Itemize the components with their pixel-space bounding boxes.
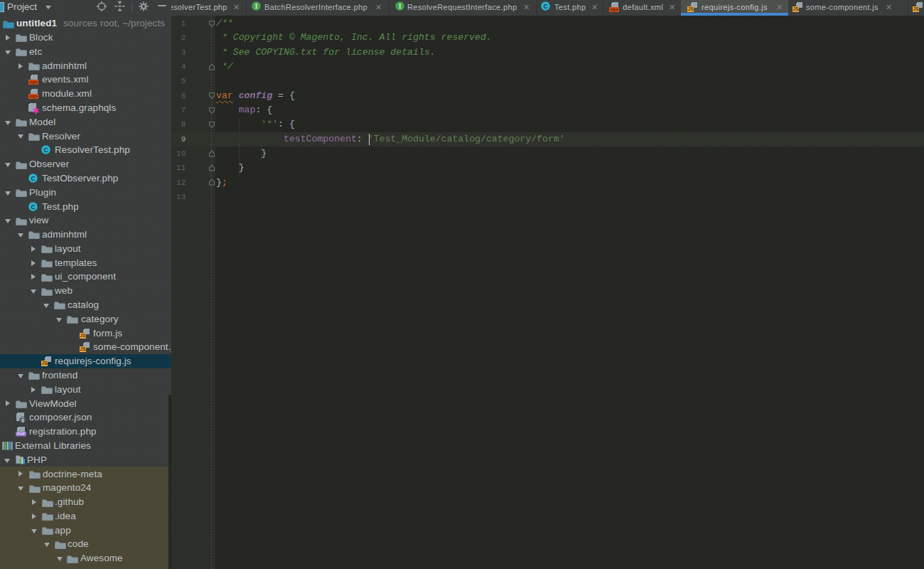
svg-text:C: C [31,203,35,210]
svg-text:<x>: <x> [29,80,37,85]
svg-text:I: I [399,3,402,10]
svg-text:<x>: <x> [610,7,618,12]
svg-text:JS: JS [688,6,694,11]
svg-text:JS: JS [42,361,48,366]
svg-text:C: C [31,175,35,182]
svg-text:<x>: <x> [29,94,37,99]
svg-text:I: I [255,3,258,10]
svg-text:JS: JS [913,6,920,11]
svg-text:JS: JS [80,347,87,352]
svg-text:C: C [543,3,547,10]
svg-text:JS: JS [80,333,87,338]
svg-text:{}: {} [19,418,26,424]
svg-text:PHP: PHP [17,432,26,437]
svg-text:JS: JS [793,6,800,11]
svg-text:C: C [43,147,48,154]
